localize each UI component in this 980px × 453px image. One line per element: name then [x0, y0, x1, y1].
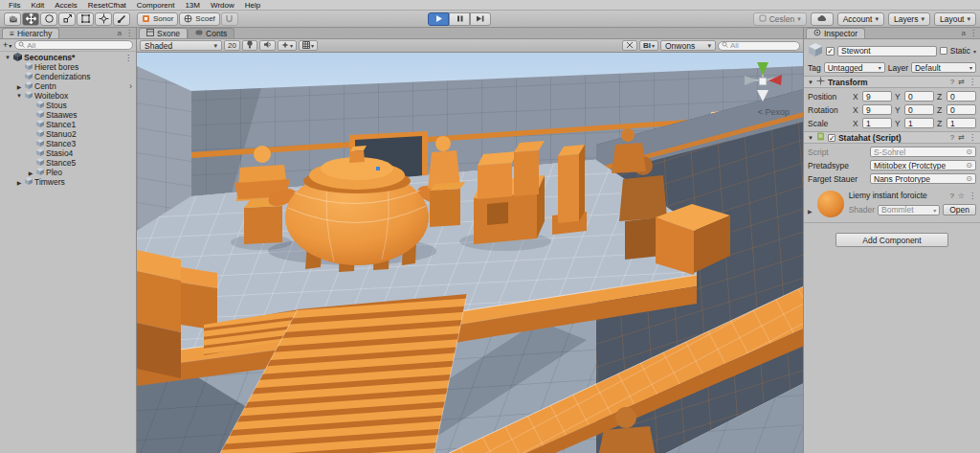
layer-dropdown[interactable]: Default▾	[911, 62, 976, 73]
target-object-field[interactable]: Nans Protorype⊙	[870, 173, 976, 184]
game-tab[interactable]: Conts	[188, 28, 234, 38]
position-y-input[interactable]: 0	[904, 91, 934, 102]
audio-toggle-button[interactable]	[259, 40, 276, 51]
2d-toggle-button[interactable]: 20	[224, 40, 240, 51]
foldout-arrow[interactable]: ▼	[808, 79, 813, 85]
custom-tool-button[interactable]	[113, 12, 130, 26]
layout-dropdown[interactable]: Layout ▾	[934, 12, 976, 26]
rect-tool-button[interactable]	[77, 12, 94, 26]
tree-item[interactable]: Stance3	[0, 139, 136, 148]
move-tool-button[interactable]	[22, 12, 39, 26]
help-icon[interactable]: ?	[949, 192, 953, 200]
snap-toggle-button[interactable]	[221, 12, 238, 26]
hierarchy-tab[interactable]: ≡ Hierarchy	[2, 28, 59, 38]
step-button[interactable]	[470, 12, 491, 26]
prefab-chevron-icon[interactable]: ›	[129, 81, 132, 91]
tree-item[interactable]: ▼ Woitebox	[0, 91, 136, 101]
transform-tool-button[interactable]	[95, 12, 112, 26]
menu-custom[interactable]: 13M	[180, 1, 205, 10]
object-picker-icon[interactable]: ⊙	[966, 147, 972, 156]
scale-tool-button[interactable]	[58, 12, 76, 26]
space-toggle-button[interactable]: Scoef	[179, 12, 219, 26]
favorite-icon[interactable]: ☆	[958, 192, 965, 200]
object-picker-icon[interactable]: ⊙	[966, 174, 972, 183]
prototype-object-field[interactable]: Mititobex (Protctype⊙	[870, 160, 976, 170]
rotation-x-input[interactable]: 9	[862, 104, 892, 115]
scale-y-input[interactable]: 1	[904, 118, 934, 128]
lock-icon[interactable]: a	[118, 29, 122, 37]
foldout-arrow[interactable]: ▼	[808, 135, 813, 141]
component-enabled-checkbox[interactable]: ✓	[828, 134, 835, 142]
tag-dropdown[interactable]: Untagged▾	[824, 62, 885, 73]
account-dropdown[interactable]: Account ▾	[837, 12, 884, 26]
help-icon[interactable]: ?	[950, 133, 954, 142]
context-menu-icon[interactable]: ⋮	[969, 192, 976, 200]
tree-item[interactable]: ▶ Pleo	[0, 168, 136, 177]
static-checkbox[interactable]	[940, 47, 947, 55]
tree-item[interactable]: Hieret bores	[0, 62, 136, 72]
menu-help[interactable]: Help	[240, 1, 265, 10]
menu-file[interactable]: Fils	[4, 1, 25, 10]
tree-item[interactable]: Cendenizations	[0, 72, 136, 81]
object-picker-icon[interactable]: ⊙	[966, 161, 972, 170]
panel-menu-icon[interactable]: ⋮	[969, 29, 977, 37]
tree-item[interactable]: Stasio4	[0, 148, 136, 158]
scene-orientation-gizmo[interactable]	[738, 57, 788, 108]
shader-dropdown[interactable]: Bommlet▾	[878, 205, 940, 215]
create-button[interactable]: +▾	[3, 40, 11, 50]
pivot-toggle-button[interactable]: Sonor	[137, 12, 178, 26]
collab-dropdown[interactable]: Ceslen ▾	[753, 12, 807, 26]
panel-menu-icon[interactable]: ⋮	[125, 29, 133, 37]
tree-item[interactable]: Stanuo2	[0, 129, 136, 139]
inspector-tab[interactable]: Inspector	[806, 28, 865, 38]
lock-icon[interactable]: a	[962, 29, 966, 37]
pause-button[interactable]	[449, 12, 470, 26]
scene-search-input[interactable]: All	[718, 41, 800, 51]
preset-icon[interactable]: ⇄	[958, 133, 965, 142]
active-checkbox[interactable]: ✓	[826, 47, 835, 56]
scene-viewport[interactable]: < Pexop	[137, 53, 803, 453]
script-reference-field[interactable]: S-Sohrel⊙	[870, 147, 976, 157]
position-x-input[interactable]: 9	[862, 91, 892, 102]
context-menu-icon[interactable]: ⋮	[969, 78, 976, 86]
menu-edit[interactable]: Kdit	[26, 1, 49, 10]
help-icon[interactable]: ?	[950, 78, 954, 86]
tree-item[interactable]: ▶ Timwers	[0, 177, 136, 187]
preset-icon[interactable]: ⇄	[958, 78, 965, 86]
hand-tool-button[interactable]	[4, 12, 21, 26]
scene-tab[interactable]: Sxone	[139, 28, 188, 38]
gizmos-toggle-dropdown[interactable]: BI ▾	[639, 40, 658, 51]
menu-component[interactable]: Comporent	[132, 1, 180, 10]
rotate-tool-button[interactable]	[40, 12, 57, 26]
menu-window[interactable]: Wrdow	[206, 1, 239, 10]
rotation-z-input[interactable]: 0	[947, 104, 976, 115]
tree-item[interactable]: ▶ Centn ›	[0, 81, 136, 91]
rotation-y-input[interactable]: 0	[904, 104, 934, 115]
play-button[interactable]	[428, 12, 449, 26]
menu-assets[interactable]: Accels	[50, 1, 82, 10]
tree-item[interactable]: Stance1	[0, 120, 136, 129]
object-name-input[interactable]: Stewont	[837, 46, 937, 57]
lighting-toggle-button[interactable]	[242, 40, 257, 51]
transform-header[interactable]: ▼ Transform ?⇄⋮	[804, 76, 980, 88]
cloud-button[interactable]	[811, 12, 834, 26]
scene-tools-button[interactable]	[622, 40, 637, 51]
effects-dropdown-button[interactable]: ▾	[278, 40, 297, 51]
script-component-header[interactable]: ▼ ✓ Statahat (Script) ?⇄⋮	[804, 131, 980, 144]
menu-gameobject[interactable]: ResetCfhat	[83, 1, 131, 10]
tree-item[interactable]: Staawes	[0, 110, 136, 120]
scene-menu-icon[interactable]: ⋮	[124, 54, 132, 62]
perspective-label[interactable]: < Pexop	[758, 107, 790, 117]
open-shader-button[interactable]: Open	[943, 204, 976, 215]
material-foldout-arrow[interactable]: ▶	[808, 208, 813, 215]
grid-visibility-button[interactable]: ▾	[299, 40, 318, 51]
overlays-dropdown[interactable]: Onwons ▾	[660, 40, 716, 51]
scene-root-row[interactable]: ▼ Secouncens* ⋮	[0, 53, 136, 62]
static-dropdown-caret[interactable]: ▾	[973, 48, 976, 55]
tree-item[interactable]: Stous	[0, 101, 136, 110]
scale-z-input[interactable]: 1	[947, 118, 976, 128]
scale-x-input[interactable]: 1	[862, 118, 892, 128]
tree-item[interactable]: Stance5	[0, 158, 136, 168]
context-menu-icon[interactable]: ⋮	[969, 133, 976, 142]
hierarchy-search-input[interactable]: All	[14, 40, 133, 50]
